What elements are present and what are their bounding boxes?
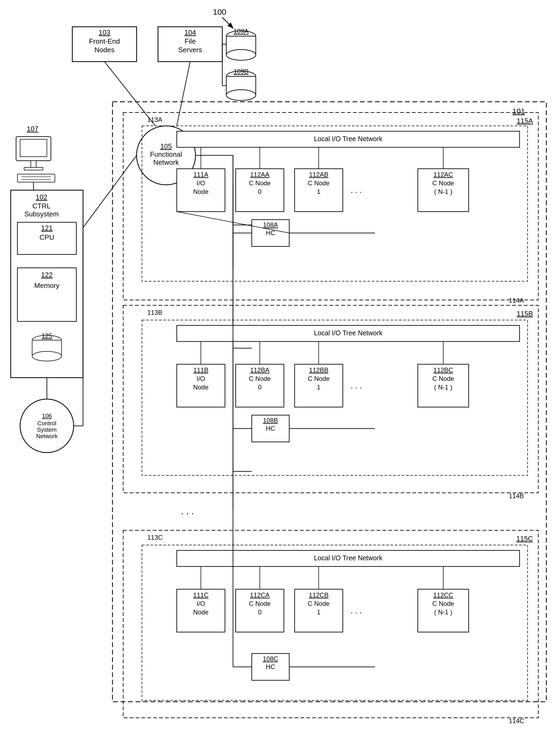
- ctrl-label2: CTRL: [32, 202, 51, 210]
- svg-rect-17: [24, 167, 43, 170]
- io-node-111a-label3: Node: [193, 188, 208, 195]
- cnode-112bb-label2: C Node: [308, 375, 329, 382]
- io-node-111c-label2: I/O: [197, 600, 205, 607]
- io-node-111b-label3: Node: [193, 384, 208, 391]
- io-tree-115c-label: Local I/O Tree Network: [314, 554, 382, 562]
- front-end-label3: Nodes: [94, 46, 114, 54]
- cnode-112cc-label1: 112CC: [433, 591, 453, 599]
- cnode-112ca-label2: C Node: [249, 600, 270, 607]
- cluster-101-label: 101: [512, 107, 525, 115]
- io-node-111c-label3: Node: [193, 609, 208, 616]
- io-node-111a-label1: 111A: [193, 171, 208, 178]
- io-node-111a-label2: I/O: [197, 179, 205, 187]
- svg-point-25: [32, 351, 62, 361]
- dots-between-clusters: . . .: [181, 506, 194, 516]
- dots-115b: . . .: [351, 381, 362, 390]
- cnode-112ab-label1: 112AB: [309, 171, 328, 178]
- cnode-112aa-label1: 112AA: [250, 171, 269, 178]
- cnode-112bc-label3: ( N-1 ): [434, 384, 452, 391]
- cluster-115c-label: 115C: [516, 535, 533, 543]
- hc-108c-label1: 108C: [263, 655, 278, 662]
- cnode-112bb-label1: 112BB: [309, 366, 328, 374]
- cnode-112cc-label2: C Node: [432, 600, 454, 607]
- front-end-label1: 103: [99, 28, 110, 36]
- svg-rect-18: [17, 174, 55, 182]
- diagram: 100 103 Front-End Nodes 104 File Servers…: [0, 0, 560, 736]
- cpu-label1: 121: [41, 224, 52, 232]
- cnode-112ac-label2: C Node: [432, 179, 454, 187]
- cnode-112ca-label3: 0: [258, 609, 261, 616]
- ctrl-label1: 102: [36, 193, 47, 201]
- dots-115c: . . .: [351, 606, 362, 615]
- title-100: 100: [213, 7, 226, 16]
- svg-line-13: [177, 62, 190, 126]
- file-servers-label1: 104: [184, 28, 196, 36]
- cnode-112ba-label2: C Node: [249, 375, 270, 382]
- svg-rect-16: [31, 161, 36, 167]
- cnode-112ac-label1: 112AC: [433, 171, 453, 178]
- csn-label3: System: [37, 426, 57, 433]
- cnode-112bc-label2: C Node: [432, 375, 454, 382]
- svg-line-27: [83, 155, 137, 228]
- hc-108b-label2: HC: [266, 425, 275, 432]
- cnode-112cb-label3: 1: [317, 609, 320, 616]
- csn-label1: 106: [42, 412, 52, 419]
- memory-label2: Memory: [34, 281, 59, 290]
- fn-label2: Functional: [150, 150, 182, 158]
- io-tree-115a-label: Local I/O Tree Network: [314, 135, 382, 142]
- ctrl-label3: Subsystem: [24, 210, 59, 218]
- io-node-111b-label2: I/O: [197, 375, 205, 382]
- cnode-112cb-label2: C Node: [308, 600, 329, 607]
- svg-rect-15: [20, 139, 47, 157]
- cluster-115a-label: 115A: [517, 117, 533, 125]
- label-114a: 114A: [509, 297, 524, 304]
- workstation-label: 107: [27, 125, 38, 133]
- cpu-label2: CPU: [40, 233, 54, 241]
- dots-115a: . . .: [351, 186, 362, 194]
- label-114b: 114B: [509, 492, 524, 500]
- memory-label1: 122: [41, 271, 52, 279]
- csn-label2: Control: [37, 420, 57, 427]
- svg-point-5: [226, 50, 256, 60]
- hc-108b-label1: 108B: [263, 417, 278, 424]
- cnode-112ca-label1: 112CA: [250, 591, 269, 599]
- cluster-113c-label: 113C: [147, 534, 163, 541]
- cnode-112cb-label1: 112CB: [309, 591, 328, 599]
- file-servers-label2: File: [185, 37, 196, 45]
- disk-125-label: 125: [42, 332, 52, 339]
- hc-108a-label2: HC: [266, 229, 275, 236]
- cnode-112ba-label3: 0: [258, 384, 261, 391]
- svg-line-2: [222, 17, 233, 28]
- hc-108a-label1: 108A: [263, 221, 278, 228]
- svg-point-8: [226, 90, 256, 100]
- io-node-111c-label1: 111C: [193, 591, 208, 599]
- cnode-112bc-label1: 112BC: [433, 366, 453, 374]
- cnode-112aa-label2: C Node: [249, 179, 270, 187]
- cnode-112ab-label3: 1: [317, 188, 320, 195]
- csn-label4: Network: [36, 433, 58, 440]
- io-node-111b-label1: 111B: [193, 366, 208, 374]
- cnode-112bb-label3: 1: [317, 384, 320, 391]
- front-end-label2: Front-End: [89, 37, 120, 45]
- cluster-115b-label: 115B: [517, 310, 533, 318]
- cnode-112ac-label3: ( N-1 ): [434, 188, 452, 195]
- fn-label1: 105: [160, 142, 172, 150]
- disk-109b-label: 109B: [234, 68, 249, 75]
- cnode-112aa-label3: 0: [258, 188, 261, 195]
- cnode-112ab-label2: C Node: [308, 179, 329, 187]
- cluster-113a-label: 113A: [147, 116, 162, 123]
- cnode-112cc-label3: ( N-1 ): [434, 609, 452, 616]
- cluster-113b-label: 113B: [147, 309, 162, 316]
- hc-108c-label2: HC: [266, 663, 275, 670]
- disk-109a-label: 109A: [234, 28, 249, 35]
- io-tree-115b-label: Local I/O Tree Network: [314, 329, 382, 337]
- label-114c: 114C: [509, 717, 524, 724]
- cnode-112ba-label1: 112BA: [250, 366, 269, 374]
- file-servers-label3: Servers: [178, 46, 202, 54]
- fn-label3: Network: [153, 158, 179, 166]
